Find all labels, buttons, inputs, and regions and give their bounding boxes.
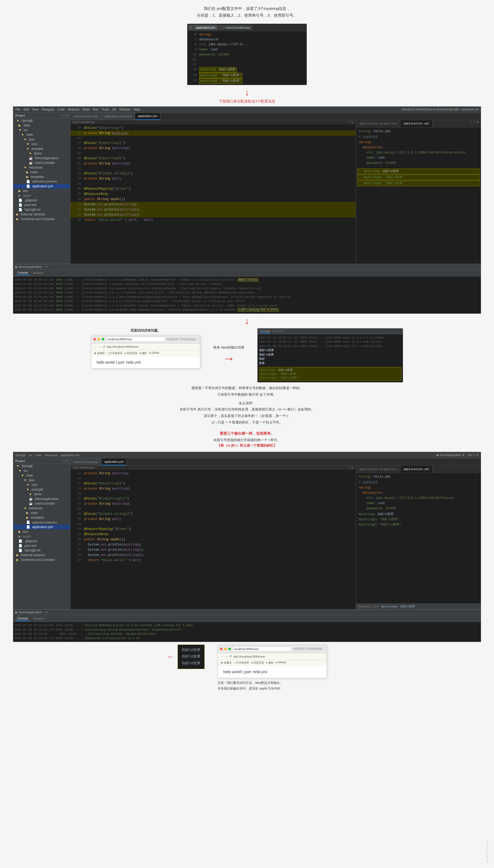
menu-code[interactable]: Code	[57, 108, 65, 111]
menu-help[interactable]: Help	[133, 108, 140, 111]
sidebar-item-com[interactable]: ▼com	[13, 142, 70, 147]
prop-tab2-app-properties[interactable]: application.properties	[356, 466, 400, 473]
tab2-usercontroller[interactable]: UserController.java	[71, 458, 101, 465]
output-line-2: 你好\n世界	[182, 654, 201, 660]
sidebar-item-springb-iml[interactable]: 📄SpringB.iml	[13, 207, 70, 212]
sidebar-item-pom[interactable]: 📄pom.xml	[13, 203, 70, 207]
sidebar-item-idea[interactable]: ▶.idea	[13, 123, 70, 128]
console-output-2: 2022-07-20 20:10:21.891 INFO 16100 --- :…	[13, 622, 481, 642]
sidebar2-pom[interactable]: 📄pom.xml	[13, 543, 70, 548]
sidebar2-app-properties[interactable]: 📄application.properties	[13, 520, 70, 525]
sidebar-item-app-yml[interactable]: 📄application.yml	[13, 184, 70, 189]
menu-window[interactable]: Window	[119, 108, 130, 111]
sidebar2-scratches[interactable]: ▶Scratches and Consoles	[13, 558, 70, 562]
console-tab-actuator[interactable]: Actuator	[31, 271, 46, 275]
ide-path: SpringB [G:\Java语言\java-ee-advanced\Spri…	[402, 108, 479, 111]
sidebar2-static[interactable]: ▶static	[13, 511, 70, 515]
tab-usercontroller-java[interactable]: UserController.java	[71, 113, 101, 120]
menu-edit[interactable]: Edit	[23, 108, 29, 111]
menu2-springb: SpringB	[15, 454, 25, 457]
console-tab2-console[interactable]: Console	[15, 616, 30, 621]
sidebar-item-demoapplication[interactable]: ☕DemoApplication	[13, 156, 70, 161]
notes-section2: 视明显！不带任何引号的数据，和带单引号的数据，输出的结果是一样的。 只有双引号中…	[0, 385, 494, 426]
prop-tab2-app-yml[interactable]: application.yml	[400, 466, 433, 473]
console-mini-tab-console[interactable]: Console	[260, 329, 270, 333]
nav-back-2[interactable]: ←	[221, 655, 223, 658]
sidebar-item-main[interactable]: ▼main	[13, 132, 70, 137]
menu-run[interactable]: Run	[93, 108, 98, 111]
sidebar2-demo[interactable]: ▼demo	[13, 492, 70, 496]
editor-area: UserController.java application.properti…	[71, 113, 481, 264]
menu-file[interactable]: File	[15, 108, 20, 111]
sidebar2-resources[interactable]: ▼resources	[13, 506, 70, 511]
browser-url-bar-2[interactable]: localhost:8084/user	[232, 646, 292, 652]
nav-back[interactable]: ←	[94, 345, 97, 348]
tab-app-yml-active[interactable]: application.yml	[135, 113, 160, 120]
sidebar-item-scratches[interactable]: ▶Scratches and Consoles	[13, 217, 70, 221]
sidebar-item-example[interactable]: ▼example	[13, 147, 70, 151]
sidebar-item-src[interactable]: ▼src	[13, 128, 70, 132]
run-icon[interactable]: ⚙	[45, 265, 48, 268]
bottom-notes: 注意！我们要先访问方法，idea那边才有输出。 半先我们的输出语句，是写在 sa…	[217, 680, 327, 692]
sidebar2-springb-iml[interactable]: 📄SpringB.iml	[13, 548, 70, 553]
sidebar2-gitignore[interactable]: 📄.gitignore	[13, 539, 70, 543]
sidebar-item-test[interactable]: ▶test	[13, 189, 70, 193]
tab-app-properties[interactable]: application.properties	[101, 113, 135, 120]
menu-git[interactable]: Git	[112, 108, 116, 111]
console-mini-tab-actuator[interactable]: Actuator	[272, 329, 283, 333]
prop-tab-app-yml[interactable]: application.yml	[400, 120, 433, 127]
menu-tools[interactable]: Tools	[102, 108, 109, 111]
sidebar-item-templates[interactable]: ▶templates	[13, 174, 70, 179]
console-out-7: 世界	[259, 361, 401, 366]
tab2-app-yml[interactable]: application.yml	[101, 458, 127, 465]
menu-build[interactable]: Build	[83, 108, 90, 111]
sidebar-controls[interactable]: ≡ ↕ ⚙	[62, 114, 68, 117]
sidebar-item-gitignore[interactable]: 📄.gitignore	[13, 198, 70, 203]
console-tab-console[interactable]: Console	[15, 270, 30, 275]
sidebar-item-springb[interactable]: ▼SpringB	[13, 118, 70, 123]
menu2-git: Git: ✓ ✗	[468, 453, 479, 457]
sidebar-item-usercontroller[interactable]: ☕UserController	[13, 161, 70, 165]
browser-content-text: hello world! | port: hello.yml	[96, 360, 140, 364]
sidebar2-example[interactable]: ▼example	[13, 487, 70, 492]
sidebar-item-external-libraries[interactable]: ▶External Libraries	[13, 212, 70, 217]
nav-refresh[interactable]: ↺	[103, 345, 105, 348]
sidebar2-springb[interactable]: ▼SpringB	[13, 464, 70, 469]
sidebar2-com[interactable]: ▼com	[13, 483, 70, 487]
sidebar-item-app-properties[interactable]: 📄application.properties	[13, 179, 70, 184]
code-editor-left: UserController.java 7 ▲ 14@Value("${myst…	[71, 120, 356, 264]
sidebar2-usercontroller[interactable]: ☕UserController	[13, 501, 70, 506]
prop-tab-app-properties[interactable]: application.properties	[356, 120, 400, 127]
bottom-note2: 半先我们的输出语句，是写在 sayHi 方法中的	[217, 686, 327, 692]
sidebar2-templates[interactable]: ▶templates	[13, 515, 70, 520]
output-with-arrow: ← 你好\n世界 你好\n世界 你好\n世界	[167, 645, 205, 669]
console-tab2-actuator[interactable]: Actuator	[31, 617, 46, 621]
sidebar2-app-yml[interactable]: 📄application.yml	[13, 525, 70, 529]
sidebar-item-static[interactable]: ▶static	[13, 170, 70, 174]
sidebar-item-demo[interactable]: ▼demo	[13, 151, 70, 156]
tab-application-yml[interactable]: ⬛ application.yml	[189, 25, 217, 30]
sidebar-item-resources[interactable]: ▼resources	[13, 165, 70, 170]
nav-forward[interactable]: →	[98, 345, 101, 348]
sidebar2-java[interactable]: ▼java	[13, 478, 70, 483]
sidebar2-main[interactable]: ▼main	[13, 473, 70, 478]
sidebar2-src[interactable]: ▼src	[13, 469, 70, 473]
sidebar-item-target[interactable]: ▶target	[13, 193, 70, 198]
menu-refactor[interactable]: Refactor	[68, 108, 79, 111]
sidebar2-demoapplication[interactable]: ☕DemoApplication	[13, 496, 70, 501]
nav-forward-2[interactable]: →	[225, 655, 228, 658]
menu-view[interactable]: View	[32, 108, 39, 111]
run-icon-2[interactable]: ⚙	[45, 611, 48, 614]
sidebar2-external-libraries[interactable]: ▶External Libraries	[13, 553, 70, 558]
tab-usercontroller[interactable]: ⬛ UserController.java	[218, 25, 253, 30]
sidebar2-controls[interactable]: ≡ ↕ ⚙	[62, 460, 68, 463]
sidebar-item-java[interactable]: ▼java	[13, 137, 70, 142]
sidebar2-test[interactable]: ▶test	[13, 529, 70, 534]
browser-url-bar[interactable]: localhost:8084/user	[106, 337, 165, 342]
section2-composite: 页面访问没有问题。 localhost:8084/user 内置管理 CSDN防…	[0, 328, 494, 383]
nav-refresh-2[interactable]: ↺	[229, 655, 232, 658]
browser-nav-bar: ← → ↺ http://localhost:8084/user	[91, 344, 200, 351]
sidebar2-target[interactable]: ▶target	[13, 534, 70, 539]
menu-navigate[interactable]: Navigate	[42, 108, 54, 111]
console-line-3: 2022-07-20 19:49:29.043 INFO 11088 --- […	[15, 286, 479, 291]
